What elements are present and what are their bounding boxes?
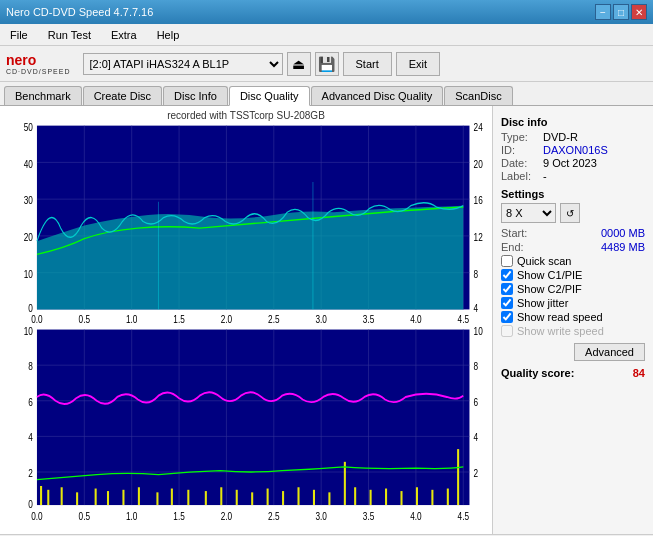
sidebar: Disc info Type: DVD-R ID: DAXON016S Date… <box>493 106 653 534</box>
date-label: Date: <box>501 157 539 169</box>
disc-label-label: Label: <box>501 170 539 182</box>
lower-chart-svg: 10 8 6 4 2 0 10 8 6 4 2 0.0 0.5 1.0 <box>4 327 488 531</box>
close-button[interactable]: ✕ <box>631 4 647 20</box>
minimize-button[interactable]: − <box>595 4 611 20</box>
svg-rect-58 <box>122 489 124 504</box>
tab-advanced-disc-quality[interactable]: Advanced Disc Quality <box>311 86 444 105</box>
show-write-speed-row: Show write speed <box>501 325 645 337</box>
tab-scandisc[interactable]: ScanDisc <box>444 86 512 105</box>
svg-rect-57 <box>107 491 109 505</box>
svg-text:1.0: 1.0 <box>126 313 137 325</box>
svg-text:8: 8 <box>28 361 33 372</box>
start-button[interactable]: Start <box>343 52 392 76</box>
window-controls: − □ ✕ <box>595 4 647 20</box>
disc-label-row: Label: - <box>501 170 645 182</box>
id-label: ID: <box>501 144 539 156</box>
main-content: recorded with TSSTcorp SU-208GB <box>0 106 653 534</box>
lower-chart: 10 8 6 4 2 0 10 8 6 4 2 0.0 0.5 1.0 <box>4 327 488 531</box>
svg-rect-80 <box>457 449 459 505</box>
svg-text:2: 2 <box>28 468 33 479</box>
show-c1-label: Show C1/PIE <box>517 269 582 281</box>
speed-select[interactable]: 8 X <box>501 203 556 223</box>
start-mb-row: Start: 0000 MB <box>501 227 645 239</box>
show-c2-label: Show C2/PIF <box>517 283 582 295</box>
quality-row: Quality score: 84 <box>501 367 645 379</box>
svg-text:2.0: 2.0 <box>221 511 232 522</box>
svg-text:40: 40 <box>24 158 33 170</box>
menu-file[interactable]: File <box>4 27 34 43</box>
tab-disc-info[interactable]: Disc Info <box>163 86 228 105</box>
logo-sub: CD·DVD/SPEED <box>6 68 71 75</box>
svg-rect-65 <box>236 489 238 504</box>
quick-scan-checkbox[interactable] <box>501 255 513 267</box>
svg-rect-64 <box>220 487 222 505</box>
date-value: 9 Oct 2023 <box>543 157 597 169</box>
show-read-speed-checkbox[interactable] <box>501 311 513 323</box>
svg-text:4.5: 4.5 <box>458 511 469 522</box>
svg-text:3.5: 3.5 <box>363 313 374 325</box>
svg-text:8: 8 <box>474 361 479 372</box>
svg-text:0: 0 <box>28 498 33 509</box>
svg-text:1.0: 1.0 <box>126 511 137 522</box>
show-write-speed-checkbox[interactable] <box>501 325 513 337</box>
svg-rect-70 <box>313 489 315 504</box>
svg-text:0.0: 0.0 <box>31 313 42 325</box>
svg-text:4: 4 <box>474 432 479 443</box>
svg-rect-54 <box>61 487 63 505</box>
show-read-speed-label: Show read speed <box>517 311 603 323</box>
show-jitter-label: Show jitter <box>517 297 568 309</box>
quick-scan-label: Quick scan <box>517 255 571 267</box>
svg-rect-72 <box>344 461 346 504</box>
svg-text:6: 6 <box>474 397 479 408</box>
svg-text:10: 10 <box>24 268 33 280</box>
svg-rect-73 <box>354 487 356 505</box>
svg-text:20: 20 <box>474 158 483 170</box>
settings-speed-row: 8 X ↺ <box>501 203 645 223</box>
start-mb-value: 0000 MB <box>601 227 645 239</box>
maximize-button[interactable]: □ <box>613 4 629 20</box>
svg-rect-71 <box>328 492 330 505</box>
show-c2-checkbox[interactable] <box>501 283 513 295</box>
settings-icon-button[interactable]: ↺ <box>560 203 580 223</box>
menu-help[interactable]: Help <box>151 27 186 43</box>
svg-text:2.5: 2.5 <box>268 313 279 325</box>
show-c2-row: Show C2/PIF <box>501 283 645 295</box>
show-c1-checkbox[interactable] <box>501 269 513 281</box>
advanced-button[interactable]: Advanced <box>574 343 645 361</box>
svg-rect-69 <box>297 487 299 505</box>
show-jitter-checkbox[interactable] <box>501 297 513 309</box>
disc-label-value: - <box>543 170 547 182</box>
tab-disc-quality[interactable]: Disc Quality <box>229 86 310 106</box>
disc-id-row: ID: DAXON016S <box>501 144 645 156</box>
svg-rect-62 <box>187 489 189 504</box>
tab-benchmark[interactable]: Benchmark <box>4 86 82 105</box>
show-write-speed-label: Show write speed <box>517 325 604 337</box>
exit-button[interactable]: Exit <box>396 52 440 76</box>
tab-bar: Benchmark Create Disc Disc Info Disc Qua… <box>0 82 653 106</box>
svg-text:16: 16 <box>474 194 483 206</box>
toolbar: nero CD·DVD/SPEED [2:0] ATAPI iHAS324 A … <box>0 46 653 82</box>
svg-rect-38 <box>37 329 470 505</box>
quick-scan-row: Quick scan <box>501 255 645 267</box>
chart-title: recorded with TSSTcorp SU-208GB <box>4 110 488 121</box>
svg-rect-63 <box>205 491 207 505</box>
svg-text:4.0: 4.0 <box>410 313 421 325</box>
menu-extra[interactable]: Extra <box>105 27 143 43</box>
svg-text:2.0: 2.0 <box>221 313 232 325</box>
svg-text:3.0: 3.0 <box>315 511 326 522</box>
tab-create-disc[interactable]: Create Disc <box>83 86 162 105</box>
id-value: DAXON016S <box>543 144 608 156</box>
svg-rect-79 <box>447 488 449 505</box>
svg-text:1.5: 1.5 <box>173 511 184 522</box>
eject-button[interactable]: ⏏ <box>287 52 311 76</box>
end-mb-value: 4489 MB <box>601 241 645 253</box>
svg-rect-68 <box>282 491 284 505</box>
window-title: Nero CD-DVD Speed 4.7.7.16 <box>6 6 153 18</box>
menubar: File Run Test Extra Help <box>0 24 653 46</box>
svg-rect-61 <box>171 488 173 505</box>
svg-rect-55 <box>76 492 78 505</box>
save-button[interactable]: 💾 <box>315 52 339 76</box>
titlebar: Nero CD-DVD Speed 4.7.7.16 − □ ✕ <box>0 0 653 24</box>
drive-selector[interactable]: [2:0] ATAPI iHAS324 A BL1P <box>83 53 283 75</box>
menu-run-test[interactable]: Run Test <box>42 27 97 43</box>
